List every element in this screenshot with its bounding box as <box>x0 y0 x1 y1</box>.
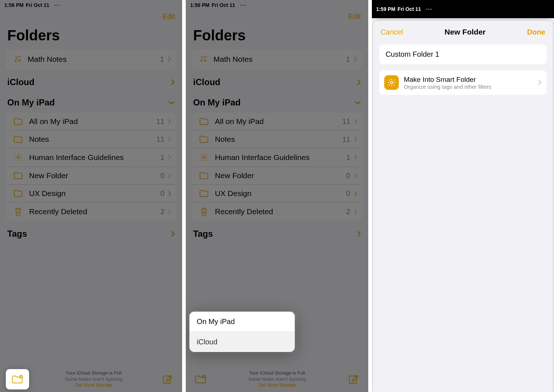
folder-count: 2 <box>160 208 164 216</box>
icloud-section[interactable]: iCloud <box>186 71 368 91</box>
folder-label: UX Design <box>25 189 160 198</box>
status-date: Fri Oct 11 <box>212 2 235 8</box>
smart-folder-row[interactable]: Make Into Smart Folder Organize using ta… <box>379 70 547 95</box>
folder-count: 0 <box>160 172 164 180</box>
popup-option-onmyipad[interactable]: On My iPad <box>189 312 295 332</box>
folder-label: Notes <box>211 135 342 144</box>
chevron-right-icon <box>168 173 171 178</box>
more-dots-icon: ••• <box>55 3 61 7</box>
chevron-right-icon <box>168 209 171 214</box>
folder-icon <box>197 189 211 197</box>
folder-row-notes[interactable]: Notes 11 <box>192 131 362 148</box>
folder-row-notes[interactable]: Notes 11 <box>6 131 176 148</box>
folder-icon <box>11 117 25 125</box>
edit-button[interactable]: Edit <box>348 12 361 20</box>
svg-point-0 <box>17 156 20 159</box>
folder-row-newfolder[interactable]: New Folder 0 <box>192 167 362 185</box>
onmyipad-section[interactable]: On My iPad <box>186 91 368 111</box>
chevron-right-icon <box>357 231 361 237</box>
folder-row-hig[interactable]: Human Interface Guidelines 1 <box>6 148 176 167</box>
svg-point-6 <box>390 81 392 84</box>
popup-option-icloud[interactable]: iCloud <box>189 332 295 352</box>
screenshot-panel-2: 1:56 PM Fri Oct 11 ••• Edit Folders Math… <box>186 0 368 392</box>
folder-label: Recently Deleted <box>211 207 346 216</box>
chevron-right-icon <box>171 231 175 237</box>
storage-line2: Some Notes Aren't Syncing <box>210 376 344 383</box>
icloud-section[interactable]: iCloud <box>0 71 182 91</box>
folder-list: All on My iPad 11 Notes 11 Human Interfa… <box>192 113 362 221</box>
math-icon <box>197 55 211 64</box>
folder-label: All on My iPad <box>211 117 342 126</box>
modal-handle <box>376 18 550 21</box>
folder-name-field[interactable] <box>379 44 547 64</box>
storage-line2: Some Notes Aren't Syncing <box>29 376 158 383</box>
chevron-right-icon <box>168 56 171 62</box>
folder-label: Recently Deleted <box>25 207 160 216</box>
modal-header: Cancel New Folder Done <box>373 20 553 41</box>
new-folder-button[interactable] <box>192 374 210 384</box>
icloud-label: iCloud <box>193 77 220 87</box>
compose-button[interactable] <box>158 374 176 385</box>
status-time: 1:56 PM <box>190 2 209 8</box>
screenshot-panel-1: 1:56 PM Fri Oct 11 ••• Edit Folders Math… <box>0 0 182 392</box>
folder-row-deleted[interactable]: Recently Deleted 2 <box>192 203 362 221</box>
folder-row-ux[interactable]: UX Design 0 <box>192 185 362 203</box>
folder-row-newfolder[interactable]: New Folder 0 <box>6 167 176 185</box>
folder-icon <box>11 172 25 180</box>
edit-button[interactable]: Edit <box>162 12 175 20</box>
modal-title: New Folder <box>445 28 486 36</box>
folder-row-all[interactable]: All on My iPad 11 <box>192 113 362 131</box>
folder-list: All on My iPad 11 Notes 11 Human Interfa… <box>6 113 176 221</box>
folder-count: 0 <box>160 189 164 198</box>
math-notes-row[interactable]: Math Notes 1 <box>192 49 362 69</box>
icloud-label: iCloud <box>7 77 35 87</box>
folder-count: 1 <box>346 153 350 162</box>
chevron-right-icon <box>354 209 357 214</box>
folder-label: Notes <box>25 135 156 144</box>
folder-label: UX Design <box>211 189 346 198</box>
folder-row-deleted[interactable]: Recently Deleted 2 <box>6 203 176 221</box>
math-notes-row[interactable]: Math Notes 1 <box>6 49 176 69</box>
tags-section[interactable]: Tags <box>0 222 182 243</box>
status-bar: 1:56 PM Fri Oct 11 ••• <box>186 0 368 9</box>
math-icon <box>11 55 25 64</box>
onmyipad-section[interactable]: On My iPad <box>0 91 182 111</box>
chevron-down-icon <box>168 101 175 105</box>
folder-count: 11 <box>342 117 350 126</box>
smart-title: Make Into Smart Folder <box>404 76 533 84</box>
header: Edit <box>186 9 368 21</box>
trash-icon <box>11 207 25 216</box>
smart-subtitle: Organize using tags and other filters <box>404 84 533 90</box>
folder-icon <box>11 189 25 197</box>
folder-name-input[interactable] <box>386 50 540 59</box>
done-button[interactable]: Done <box>527 28 545 36</box>
onmyipad-label: On My iPad <box>7 97 55 108</box>
folder-label: Human Interface Guidelines <box>25 153 160 162</box>
folder-label: New Folder <box>25 171 160 180</box>
folder-row-ux[interactable]: UX Design 0 <box>6 185 176 203</box>
folder-label: All on My iPad <box>25 117 156 126</box>
new-folder-button[interactable] <box>6 369 29 389</box>
get-storage-link[interactable]: Get More Storage <box>210 382 344 388</box>
folder-row-all[interactable]: All on My iPad 11 <box>6 113 176 131</box>
tags-section[interactable]: Tags <box>186 222 368 243</box>
folder-icon <box>197 117 211 125</box>
trash-icon <box>197 207 211 216</box>
onmyipad-label: On My iPad <box>193 97 241 108</box>
compose-button[interactable] <box>344 374 362 385</box>
chevron-right-icon <box>357 79 361 85</box>
status-bar: 1:59 PM Fri Oct 11 ••• <box>372 0 554 15</box>
storage-line1: Your iCloud Storage is Full <box>210 370 344 376</box>
math-label: Math Notes <box>211 55 346 64</box>
folder-row-hig[interactable]: Human Interface Guidelines 1 <box>192 148 362 167</box>
chevron-right-icon <box>354 191 357 196</box>
storage-message: Your iCloud Storage is Full Some Notes A… <box>29 370 158 389</box>
location-popup: On My iPad iCloud <box>189 312 295 352</box>
status-date: Fri Oct 11 <box>398 6 421 12</box>
folder-count: 2 <box>346 208 350 216</box>
status-date: Fri Oct 11 <box>26 2 49 8</box>
folder-count: 0 <box>346 189 350 198</box>
tags-label: Tags <box>7 229 27 239</box>
get-storage-link[interactable]: Get More Storage <box>29 382 158 388</box>
cancel-button[interactable]: Cancel <box>381 28 403 36</box>
